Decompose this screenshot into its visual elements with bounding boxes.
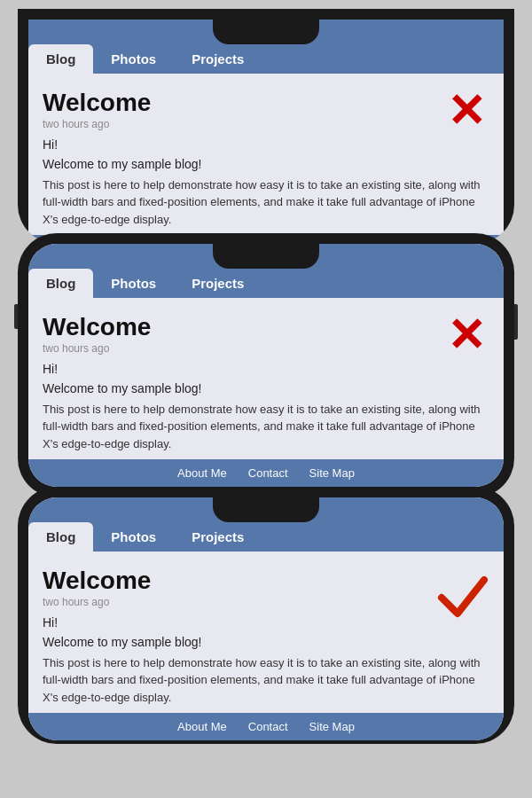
tab-blog-2[interactable]: Blog [28,269,93,298]
post-body-2: This post is here to help demonstrate ho… [43,401,489,453]
post-greeting-1: Hi! [43,137,489,152]
footer-bar-3: About Me Contact Site Map [28,713,504,740]
post-intro-3: Welcome to my sample blog! [43,635,489,649]
post-time-2: two hours ago [43,342,489,355]
post-intro-1: Welcome to my sample blog! [43,157,489,171]
post-greeting-2: Hi! [43,362,489,376]
phone-frame-1: Blog Photos Projects Welcome two hours a… [18,9,514,244]
content-area-2: Welcome two hours ago ✕ Hi! Welcome to m… [28,298,504,459]
tab-projects-1[interactable]: Projects [174,44,262,74]
tab-blog-1[interactable]: Blog [28,44,93,74]
footer-sitemap-2[interactable]: Site Map [309,466,355,480]
notch-3 [213,497,319,522]
notch-2 [213,244,319,269]
footer-sitemap-3[interactable]: Site Map [309,720,355,733]
tab-projects-2[interactable]: Projects [174,269,262,298]
notch-1 [213,20,319,44]
tab-photos-3[interactable]: Photos [93,522,174,552]
x-mark-1: ✕ [447,88,486,134]
footer-about-2[interactable]: About Me [177,466,227,480]
phone-frame-2: Blog Photos Projects Welcome two hours a… [18,233,514,497]
tab-blog-3[interactable]: Blog [28,522,93,552]
post-title-1: Welcome [43,88,489,118]
post-intro-2: Welcome to my sample blog! [43,381,489,395]
phone-screen-2: Blog Photos Projects Welcome two hours a… [28,244,504,487]
right-bump-2 [514,304,518,340]
content-area-3: Welcome two hours ago Hi! Welcome to my … [28,552,504,713]
phone-screen-1: Blog Photos Projects Welcome two hours a… [28,20,504,244]
post-time-3: two hours ago [43,596,489,608]
footer-contact-2[interactable]: Contact [248,466,288,480]
x-mark-2: ✕ [447,312,486,358]
post-title-3: Welcome [43,566,489,596]
footer-contact-3[interactable]: Contact [248,720,288,733]
phone-screen-3: Blog Photos Projects Welcome two hours a… [28,497,504,740]
post-body-3: This post is here to help demonstrate ho… [43,654,489,707]
post-time-1: two hours ago [43,118,489,130]
post-title-2: Welcome [43,312,489,342]
check-mark-3 [434,566,491,626]
content-area-1: Welcome two hours ago ✕ Hi! Welcome to m… [28,74,504,235]
post-body-1: This post is here to help demonstrate ho… [43,176,489,229]
tab-projects-3[interactable]: Projects [174,522,262,552]
phone-frame-3: Blog Photos Projects Welcome two hours a… [18,487,514,744]
post-greeting-3: Hi! [43,615,489,630]
tab-photos-2[interactable]: Photos [93,269,174,298]
footer-bar-2: About Me Contact Site Map [28,459,504,487]
left-bump-2 [14,304,18,329]
tab-photos-1[interactable]: Photos [93,44,174,74]
footer-about-3[interactable]: About Me [177,720,227,733]
